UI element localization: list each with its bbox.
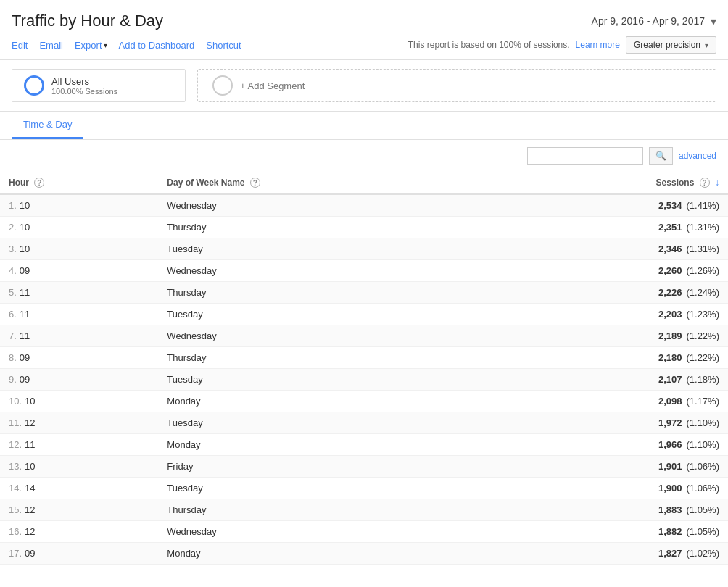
sessions-value: 2,351 <box>658 222 682 233</box>
row-rank: 3. <box>9 243 17 254</box>
row-rank: 9. <box>9 374 17 385</box>
cell-sessions: 2,098(1.17%) <box>487 391 728 412</box>
cell-hour: 17.09 <box>0 543 158 565</box>
table-row: 3.10Tuesday2,346(1.31%) <box>0 238 728 260</box>
sessions-value: 1,972 <box>658 417 682 428</box>
cell-sessions: 1,882(1.05%) <box>487 521 728 543</box>
segments-bar: All Users 100.00% Sessions + Add Segment <box>0 60 728 112</box>
row-rank: 17. <box>9 548 22 559</box>
cell-hour: 5.11 <box>0 282 158 304</box>
sessions-value: 2,534 <box>658 200 682 211</box>
cell-hour: 16.12 <box>0 521 158 543</box>
sessions-pct: (1.22%) <box>686 330 719 341</box>
cell-hour: 11.12 <box>0 412 158 434</box>
table-row: 17.09Monday1,827(1.02%) <box>0 543 728 565</box>
cell-hour: 8.09 <box>0 347 158 369</box>
row-rank: 6. <box>9 309 17 320</box>
toolbar: Edit Email Export ▾ Add to Dashboard Sho… <box>0 30 728 60</box>
sessions-pct: (1.26%) <box>686 265 719 276</box>
cell-day: Monday <box>158 543 487 565</box>
sessions-pct: (1.31%) <box>686 243 719 254</box>
row-rank: 11. <box>9 417 22 428</box>
cell-sessions: 2,203(1.23%) <box>487 304 728 325</box>
cell-sessions: 2,189(1.22%) <box>487 325 728 347</box>
table-row: 10.10Monday2,098(1.17%) <box>0 391 728 412</box>
sessions-pct: (1.06%) <box>686 483 719 494</box>
sessions-value: 1,883 <box>658 504 682 515</box>
all-users-segment: All Users 100.00% Sessions <box>12 69 186 102</box>
row-rank: 8. <box>9 352 17 363</box>
sessions-value: 1,900 <box>658 483 682 494</box>
add-segment-button[interactable]: + Add Segment <box>197 69 716 102</box>
day-help-icon[interactable]: ? <box>250 178 260 188</box>
row-rank: 5. <box>9 287 17 298</box>
cell-day: Thursday <box>158 217 487 238</box>
sessions-value: 2,203 <box>658 309 682 320</box>
hour-help-icon[interactable]: ? <box>34 178 44 188</box>
add-to-dashboard-link[interactable]: Add to Dashboard <box>119 40 195 51</box>
sessions-pct: (1.22%) <box>686 352 719 363</box>
learn-more-link[interactable]: Learn more <box>576 40 620 50</box>
sessions-pct: (1.31%) <box>686 222 719 233</box>
sessions-value: 2,346 <box>658 243 682 254</box>
cell-day: Tuesday <box>158 238 487 260</box>
cell-day: Tuesday <box>158 412 487 434</box>
sessions-pct: (1.02%) <box>686 548 719 559</box>
cell-sessions: 2,346(1.31%) <box>487 238 728 260</box>
cell-day: Tuesday <box>158 304 487 325</box>
cell-sessions: 1,901(1.06%) <box>487 456 728 478</box>
cell-day: Tuesday <box>158 369 487 391</box>
search-button[interactable]: 🔍 <box>649 147 673 165</box>
sessions-value: 1,882 <box>658 526 682 537</box>
row-rank: 16. <box>9 526 22 537</box>
row-rank: 4. <box>9 265 17 276</box>
data-table: Hour ? Day of Week Name ? Sessions ? ↓ 1… <box>0 172 728 565</box>
sessions-pct: (1.18%) <box>686 374 719 385</box>
sessions-help-icon[interactable]: ? <box>700 178 710 188</box>
date-range-chevron[interactable]: ▾ <box>711 14 716 28</box>
segment-name: All Users <box>51 76 117 87</box>
sessions-value: 2,189 <box>658 330 682 341</box>
advanced-link[interactable]: advanced <box>679 151 716 161</box>
sessions-pct: (1.06%) <box>686 461 719 472</box>
cell-day: Wednesday <box>158 521 487 543</box>
tab-time-and-day[interactable]: Time & Day <box>12 112 83 139</box>
email-link[interactable]: Email <box>39 40 63 51</box>
row-rank: 7. <box>9 330 17 341</box>
cell-hour: 12.11 <box>0 434 158 456</box>
row-rank: 2. <box>9 222 17 233</box>
cell-hour: 3.10 <box>0 238 158 260</box>
table-row: 6.11Tuesday2,203(1.23%) <box>0 304 728 325</box>
sessions-sort-icon[interactable]: ↓ <box>715 178 719 188</box>
cell-sessions: 2,351(1.31%) <box>487 217 728 238</box>
sessions-notice: This report is based on 100% of sessions… <box>408 40 570 50</box>
cell-day: Wednesday <box>158 325 487 347</box>
cell-day: Thursday <box>158 282 487 304</box>
row-rank: 12. <box>9 439 22 450</box>
table-controls: 🔍 advanced <box>0 140 728 172</box>
table-row: 4.09Wednesday2,260(1.26%) <box>0 260 728 282</box>
cell-hour: 13.10 <box>0 456 158 478</box>
sessions-pct: (1.10%) <box>686 439 719 450</box>
cell-hour: 14.14 <box>0 478 158 499</box>
export-dropdown[interactable]: Export ▾ <box>75 40 107 51</box>
cell-hour: 9.09 <box>0 369 158 391</box>
sessions-value: 2,226 <box>658 287 682 298</box>
sessions-pct: (1.05%) <box>686 526 719 537</box>
row-rank: 14. <box>9 483 22 494</box>
edit-link[interactable]: Edit <box>12 40 28 51</box>
table-row: 2.10Thursday2,351(1.31%) <box>0 217 728 238</box>
cell-sessions: 2,260(1.26%) <box>487 260 728 282</box>
precision-button[interactable]: Greater precision ▾ <box>626 36 716 54</box>
row-rank: 1. <box>9 200 17 211</box>
table-row: 16.12Wednesday1,882(1.05%) <box>0 521 728 543</box>
search-input[interactable] <box>527 147 643 165</box>
cell-sessions: 1,966(1.10%) <box>487 434 728 456</box>
col-header-day: Day of Week Name ? <box>158 172 487 194</box>
cell-hour: 6.11 <box>0 304 158 325</box>
table-row: 7.11Wednesday2,189(1.22%) <box>0 325 728 347</box>
col-header-sessions: Sessions ? ↓ <box>487 172 728 194</box>
shortcut-link[interactable]: Shortcut <box>206 40 241 51</box>
cell-day: Wednesday <box>158 260 487 282</box>
cell-hour: 15.12 <box>0 499 158 521</box>
